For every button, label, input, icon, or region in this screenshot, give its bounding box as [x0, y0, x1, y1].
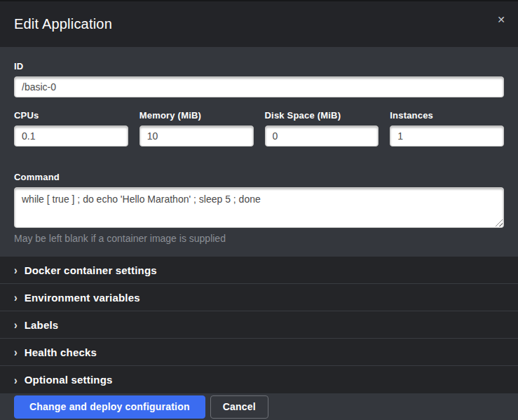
- resources-row: CPUs Memory (MiB) Disk Space (MiB) Insta…: [14, 110, 504, 159]
- chevron-right-icon: ›: [14, 346, 18, 358]
- memory-field-group: Memory (MiB): [139, 110, 254, 147]
- section-health-checks[interactable]: › Health checks: [0, 339, 518, 366]
- close-icon[interactable]: ✕: [494, 13, 508, 27]
- section-optional-settings[interactable]: › Optional settings: [0, 366, 518, 393]
- cpus-label: CPUs: [14, 110, 128, 121]
- section-label: Environment variables: [25, 292, 140, 304]
- id-input[interactable]: [14, 76, 504, 97]
- section-label: Health checks: [25, 346, 97, 358]
- command-textarea[interactable]: while [ true ] ; do echo 'Hello Marathon…: [14, 187, 504, 228]
- memory-input[interactable]: [139, 126, 254, 147]
- modal-footer: Change and deploy configuration Cancel: [0, 393, 518, 420]
- cpus-input[interactable]: [14, 126, 128, 147]
- collapsible-sections: › Docker container settings › Environmen…: [0, 257, 518, 393]
- modal-title: Edit Application: [14, 16, 112, 32]
- change-and-deploy-button[interactable]: Change and deploy configuration: [14, 395, 205, 419]
- disk-field-group: Disk Space (MiB): [265, 110, 379, 147]
- edit-application-modal: Edit Application ✕ ID CPUs Memory (MiB) …: [0, 0, 518, 420]
- section-labels[interactable]: › Labels: [0, 311, 518, 339]
- section-environment-variables[interactable]: › Environment variables: [0, 284, 518, 311]
- section-docker-container-settings[interactable]: › Docker container settings: [0, 257, 518, 284]
- section-label: Optional settings: [25, 374, 113, 386]
- modal-header: Edit Application ✕: [0, 0, 518, 47]
- chevron-right-icon: ›: [14, 292, 18, 303]
- chevron-right-icon: ›: [14, 374, 18, 385]
- id-label: ID: [14, 61, 504, 72]
- instances-input[interactable]: [390, 126, 504, 147]
- modal-body: ID CPUs Memory (MiB) Disk Space (MiB) In…: [0, 47, 518, 257]
- disk-label: Disk Space (MiB): [265, 110, 379, 121]
- section-label: Docker container settings: [25, 264, 157, 276]
- command-help-text: May be left blank if a container image i…: [14, 233, 504, 244]
- chevron-right-icon: ›: [14, 264, 18, 276]
- id-field-group: ID: [14, 61, 504, 97]
- chevron-right-icon: ›: [14, 319, 18, 330]
- cpus-field-group: CPUs: [14, 110, 128, 147]
- section-label: Labels: [25, 319, 59, 331]
- command-field-group: Command while [ true ] ; do echo 'Hello …: [14, 172, 504, 244]
- instances-label: Instances: [390, 110, 504, 121]
- memory-label: Memory (MiB): [139, 110, 254, 121]
- instances-field-group: Instances: [390, 110, 504, 147]
- command-textarea-wrap: while [ true ] ; do echo 'Hello Marathon…: [14, 187, 504, 228]
- cancel-button[interactable]: Cancel: [210, 395, 268, 419]
- command-label: Command: [14, 172, 504, 182]
- disk-input[interactable]: [265, 126, 379, 147]
